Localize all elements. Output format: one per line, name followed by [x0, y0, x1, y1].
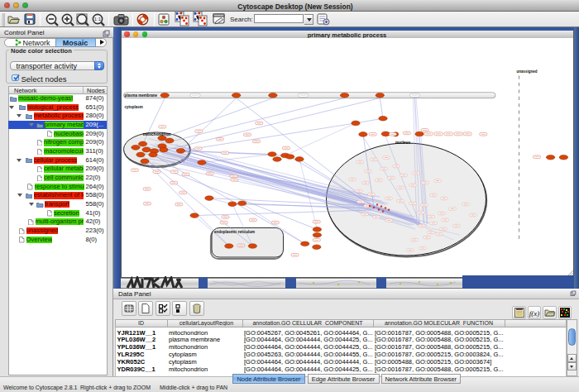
svg-text:plasma membrane: plasma membrane: [125, 93, 158, 98]
svg-text:nucleus: nucleus: [395, 141, 410, 145]
svg-text:1:1: 1:1: [94, 17, 102, 22]
svg-text:unassigned: unassigned: [516, 69, 537, 74]
svg-text:f(x): f(x): [529, 309, 540, 318]
svg-text:endoplasmic reticulum: endoplasmic reticulum: [214, 230, 255, 234]
svg-text:mitochondrion: mitochondrion: [143, 132, 171, 136]
svg-text:cytoplasm: cytoplasm: [125, 105, 143, 109]
